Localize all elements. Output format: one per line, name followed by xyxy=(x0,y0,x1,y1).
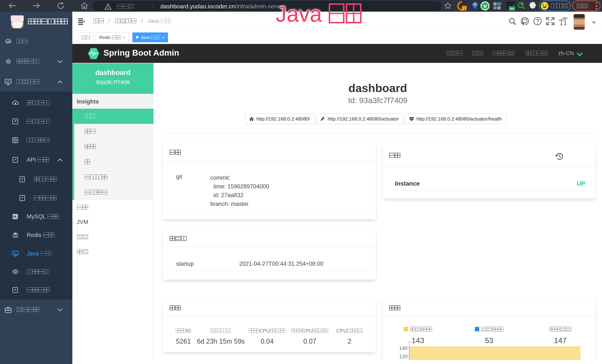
svg-text:on: on xyxy=(510,7,514,11)
svg-text:1: 1 xyxy=(463,6,465,11)
